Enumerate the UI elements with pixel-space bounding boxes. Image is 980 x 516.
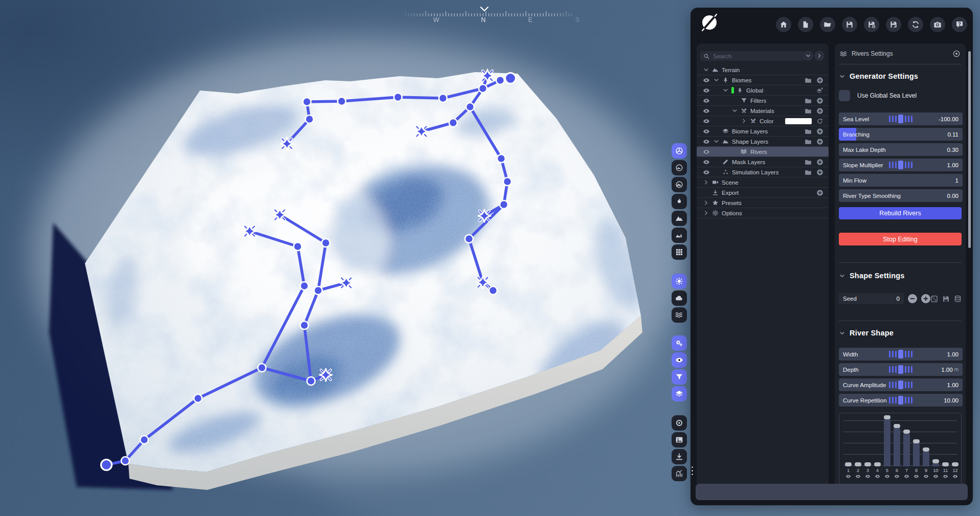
histogram-bar-10[interactable] xyxy=(932,463,939,466)
river-node[interactable] xyxy=(500,200,508,209)
eye-icon[interactable] xyxy=(943,474,948,479)
river-mouth-node[interactable] xyxy=(101,460,112,470)
eye-icon[interactable] xyxy=(884,474,890,479)
slider-min-flow[interactable]: Min Flow1 xyxy=(839,174,963,187)
eye-icon[interactable] xyxy=(703,87,710,94)
generator-settings-header[interactable]: Generator Settings xyxy=(839,72,918,80)
plus-icon[interactable] xyxy=(816,138,823,145)
eye-icon[interactable] xyxy=(894,474,900,479)
app-logo-icon[interactable] xyxy=(698,11,722,35)
eye-icon[interactable] xyxy=(703,77,710,84)
chev-down-icon[interactable] xyxy=(713,138,720,145)
search-box[interactable] xyxy=(700,51,805,61)
tool-waves-button[interactable] xyxy=(672,307,687,323)
drag-handle-dots[interactable] xyxy=(692,466,693,475)
river-source-star[interactable] xyxy=(415,125,428,138)
slider-scrubber[interactable] xyxy=(889,161,912,169)
eye-icon[interactable] xyxy=(933,474,939,479)
river-node[interactable] xyxy=(394,93,402,101)
tool-peaks-button[interactable] xyxy=(672,160,687,175)
slider-max-lake-depth[interactable]: Max Lake Depth0.30 xyxy=(839,143,963,156)
tree-row-mask-layers[interactable]: Mask Layers xyxy=(697,157,829,167)
tool-eye-button[interactable] xyxy=(672,352,687,368)
river-source-star[interactable] xyxy=(273,208,286,221)
histogram-cap-7[interactable] xyxy=(903,430,910,434)
river-node[interactable] xyxy=(465,235,473,243)
folder-open-button[interactable] xyxy=(820,17,835,32)
river-node[interactable] xyxy=(322,239,330,247)
help-button[interactable] xyxy=(952,17,967,32)
chev-right-icon[interactable] xyxy=(703,179,709,186)
slider-sea-level[interactable]: Sea Level-100.00 xyxy=(839,113,963,125)
tree-row-scene[interactable]: Scene xyxy=(697,177,829,188)
histogram-cap-11[interactable] xyxy=(942,462,949,466)
tool-sun-button[interactable] xyxy=(672,274,687,289)
eye-icon[interactable] xyxy=(923,474,929,479)
river-source-star[interactable] xyxy=(243,225,256,238)
tool-image-button[interactable] xyxy=(672,432,687,447)
tool-disc-button[interactable] xyxy=(672,143,687,159)
stack-icon[interactable] xyxy=(954,295,962,303)
river-node[interactable] xyxy=(489,286,497,295)
slider-scrubber[interactable] xyxy=(889,350,912,358)
histogram-bar-9[interactable] xyxy=(923,452,929,466)
histogram-cap-10[interactable] xyxy=(932,459,939,463)
folder-icon[interactable] xyxy=(805,97,812,104)
plus-icon[interactable] xyxy=(816,107,823,115)
chev-down-icon[interactable] xyxy=(713,77,720,83)
rebuild-rivers-button[interactable]: Rebuild Rivers xyxy=(839,207,962,219)
chev-right-icon[interactable] xyxy=(741,118,747,124)
slider-branching[interactable]: Branching0.11 xyxy=(839,128,963,141)
eye-icon[interactable] xyxy=(855,474,861,479)
plus-icon[interactable] xyxy=(816,128,823,135)
slider-width[interactable]: Width1.00 xyxy=(839,348,963,361)
plus-icon[interactable] xyxy=(816,77,823,84)
save-plus-button[interactable] xyxy=(864,17,879,32)
river-node[interactable] xyxy=(300,282,308,290)
compass[interactable]: WNES xyxy=(399,2,583,26)
seed-plus-button[interactable] xyxy=(921,294,930,303)
river-source-star[interactable] xyxy=(340,276,353,289)
tool-filter-button[interactable] xyxy=(672,369,687,385)
chev-right-icon[interactable] xyxy=(703,210,709,216)
river-node[interactable] xyxy=(300,321,308,329)
eye-icon[interactable] xyxy=(845,474,851,479)
slider-scrubber[interactable] xyxy=(889,380,912,389)
tree-row-terrain[interactable]: Terrain xyxy=(697,65,829,75)
histogram-bar-8[interactable] xyxy=(913,443,920,466)
folder-icon[interactable] xyxy=(805,169,812,176)
plus-icon[interactable] xyxy=(816,189,823,196)
folder-icon[interactable] xyxy=(805,138,812,145)
search-input[interactable] xyxy=(712,53,802,60)
shape-settings-header[interactable]: Shape Settings xyxy=(839,272,905,280)
folder-icon[interactable] xyxy=(805,77,812,84)
tool-target-button[interactable] xyxy=(672,415,687,431)
eye-icon[interactable] xyxy=(703,159,710,166)
folder-icon[interactable] xyxy=(805,128,812,135)
seed-field[interactable]: Seed 0 xyxy=(839,293,904,304)
river-node[interactable] xyxy=(194,394,202,402)
river-node[interactable] xyxy=(466,103,474,111)
eye-icon[interactable] xyxy=(703,169,710,176)
plus-icon[interactable] xyxy=(816,169,823,176)
slider-curve-repetition[interactable]: Curve Repetition10.00 xyxy=(839,394,963,407)
river-source-star[interactable] xyxy=(280,137,294,150)
chev-down-icon[interactable] xyxy=(731,107,738,114)
river-source-star[interactable] xyxy=(476,276,489,289)
chev-right-icon[interactable] xyxy=(703,199,709,206)
tool-grid-button[interactable] xyxy=(672,244,687,260)
save-button[interactable] xyxy=(842,17,857,32)
river-node[interactable] xyxy=(496,76,504,84)
river-source-star[interactable] xyxy=(319,368,332,382)
eye-icon[interactable] xyxy=(703,138,710,145)
tool-download-button[interactable] xyxy=(672,449,687,464)
plus-icon[interactable] xyxy=(816,97,823,104)
tree-row-shape-layers[interactable]: Shape Layers xyxy=(697,137,829,147)
histogram-cap-12[interactable] xyxy=(952,462,959,466)
river-node[interactable] xyxy=(121,457,129,465)
histogram-bar-5[interactable] xyxy=(884,419,890,466)
eye-icon[interactable] xyxy=(875,474,880,479)
slider-curve-amplitude[interactable]: Curve Amplitude1.00 xyxy=(839,378,963,391)
river-node[interactable] xyxy=(258,364,266,372)
river-node[interactable] xyxy=(338,97,346,105)
